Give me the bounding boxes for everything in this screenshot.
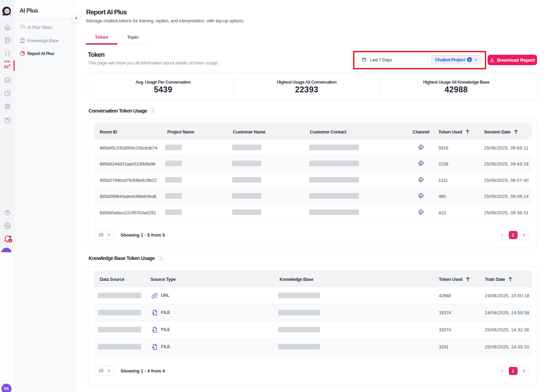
- svg-text:2: 2: [9, 239, 11, 243]
